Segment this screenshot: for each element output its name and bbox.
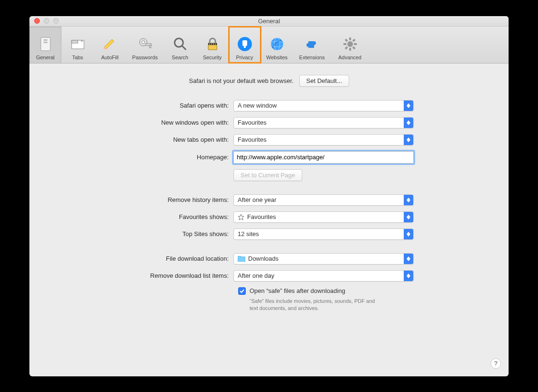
tab-label: Privacy: [236, 55, 253, 60]
select-value: 12 sites: [238, 230, 259, 237]
svg-line-35: [345, 47, 347, 49]
tab-label: Advanced: [338, 55, 362, 60]
autofill-icon: [102, 36, 119, 53]
select-value: Favourites: [238, 119, 267, 126]
tab-extensions[interactable]: Extensions: [293, 27, 331, 63]
topsites-select[interactable]: 12 sites: [233, 228, 414, 240]
topsites-label: Top Sites shows:: [53, 230, 233, 237]
tab-general[interactable]: General: [29, 27, 62, 63]
svg-line-32: [345, 39, 347, 41]
tab-passwords[interactable]: Passwords: [126, 27, 164, 63]
tab-label: Search: [172, 55, 188, 60]
titlebar: General: [29, 16, 509, 27]
select-value: Downloads: [248, 255, 278, 262]
favourites-shows-select[interactable]: Favourites: [233, 211, 414, 223]
svg-rect-2: [44, 42, 47, 43]
remove-history-label: Remove history items:: [53, 196, 233, 203]
svg-rect-18: [213, 44, 214, 45]
svg-rect-1: [44, 39, 47, 41]
tabs-icon: +: [69, 36, 86, 53]
tab-security[interactable]: Security: [196, 27, 229, 63]
chevron-updown-icon: [404, 271, 413, 281]
chevron-updown-icon: [404, 195, 413, 205]
privacy-icon: [236, 36, 253, 53]
new-windows-select[interactable]: Favourites: [233, 117, 414, 128]
chevron-updown-icon: [404, 135, 413, 145]
tab-label: Extensions: [299, 55, 325, 60]
chevron-updown-icon: [404, 100, 413, 111]
window-title: General: [29, 18, 509, 25]
security-icon: [204, 36, 221, 53]
help-button[interactable]: ?: [491, 358, 501, 369]
content-area: Safari is not your default web browser. …: [29, 64, 509, 376]
svg-point-9: [142, 41, 145, 44]
new-tabs-select[interactable]: Favourites: [233, 134, 414, 146]
svg-marker-37: [407, 106, 410, 108]
svg-line-13: [182, 46, 186, 50]
svg-point-12: [175, 38, 183, 47]
svg-marker-6: [104, 39, 114, 49]
opens-with-select[interactable]: A new window: [233, 100, 414, 111]
svg-line-33: [353, 47, 355, 49]
remove-history-select[interactable]: After one year: [233, 194, 414, 206]
set-default-button[interactable]: Set Default...: [299, 75, 349, 87]
svg-rect-17: [211, 44, 212, 45]
svg-rect-22: [244, 46, 246, 48]
tab-autofill[interactable]: AutoFill: [94, 27, 126, 63]
svg-rect-21: [242, 40, 247, 46]
folder-icon: [238, 256, 245, 262]
svg-text:+: +: [81, 39, 83, 44]
general-icon: [37, 36, 54, 53]
websites-icon: [269, 36, 286, 53]
svg-marker-52: [407, 276, 410, 278]
chevron-updown-icon: [404, 254, 413, 264]
svg-line-34: [353, 39, 355, 41]
svg-marker-39: [407, 123, 410, 125]
svg-marker-46: [407, 217, 410, 219]
select-value: Favourites: [238, 136, 267, 143]
default-browser-text: Safari is not your default web browser.: [189, 77, 293, 84]
passwords-icon: [137, 36, 154, 53]
search-icon: [172, 36, 189, 53]
homepage-input[interactable]: [233, 151, 414, 164]
svg-point-27: [347, 41, 353, 47]
select-value: After one year: [238, 196, 277, 203]
set-current-page-button[interactable]: Set to Current Page: [233, 169, 302, 181]
remove-downloads-label: Remove download list items:: [53, 272, 233, 279]
svg-rect-4: [72, 40, 78, 43]
svg-rect-16: [209, 44, 210, 45]
tab-websites[interactable]: Websites: [261, 27, 293, 63]
help-icon: ?: [494, 360, 497, 367]
download-location-label: File download location:: [53, 255, 233, 262]
select-value: A new window: [238, 102, 277, 109]
svg-marker-41: [407, 140, 410, 142]
opens-with-label: Safari opens with:: [53, 102, 233, 109]
tab-privacy[interactable]: Privacy: [229, 27, 261, 63]
svg-point-23: [271, 38, 283, 50]
homepage-label: Homepage:: [53, 154, 233, 161]
tab-label: Passwords: [132, 55, 158, 60]
tab-label: Security: [203, 55, 222, 60]
remove-downloads-select[interactable]: After one day: [233, 270, 414, 282]
tab-label: Tabs: [72, 55, 83, 60]
new-windows-label: New windows open with:: [53, 119, 233, 126]
tab-advanced[interactable]: Advanced: [331, 27, 369, 63]
svg-rect-10: [146, 44, 151, 46]
chevron-updown-icon: [404, 229, 413, 239]
svg-rect-11: [149, 46, 151, 48]
chevron-updown-icon: [404, 212, 413, 222]
tab-tabs[interactable]: + Tabs: [62, 27, 94, 63]
download-location-select[interactable]: Downloads: [233, 253, 414, 264]
select-value: After one day: [238, 272, 274, 279]
safe-note: “Safe” files include movies, pictures, s…: [250, 298, 382, 313]
svg-marker-48: [407, 234, 410, 237]
tab-search[interactable]: Search: [164, 27, 196, 63]
star-icon: [238, 214, 244, 220]
tab-label: Websites: [266, 55, 288, 60]
svg-rect-19: [215, 44, 216, 45]
open-safe-label: Open “safe” files after downloading: [250, 287, 345, 294]
new-tabs-label: New tabs open with:: [53, 136, 233, 143]
open-safe-checkbox[interactable]: [238, 287, 246, 295]
preferences-window: General General + Tabs AutoFill Passwor: [29, 16, 509, 376]
svg-point-26: [306, 43, 310, 47]
